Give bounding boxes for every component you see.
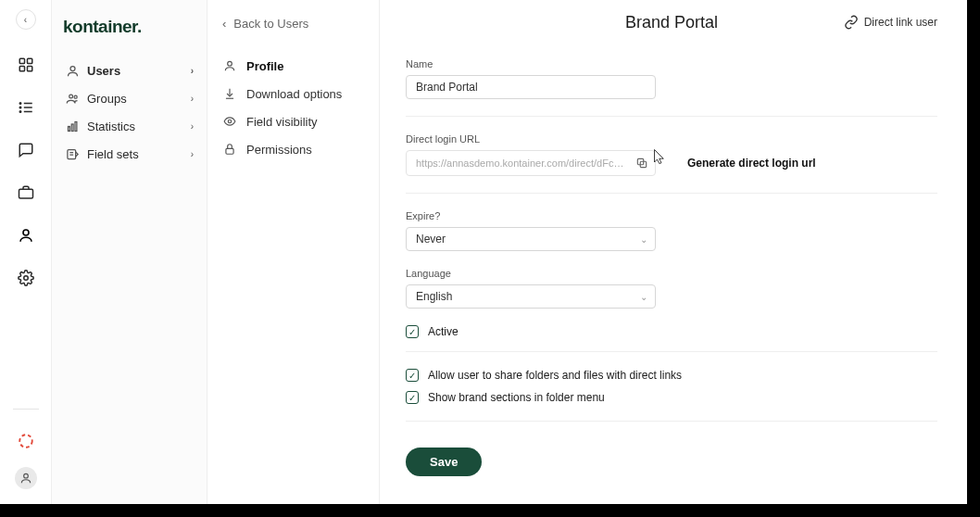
- name-row: Name: [406, 58, 937, 99]
- svg-point-12: [23, 276, 28, 281]
- sidebar-item-users[interactable]: Users ›: [63, 59, 195, 82]
- sidebar-item-field-sets[interactable]: Field sets ›: [63, 143, 195, 165]
- svg-rect-1: [27, 58, 31, 63]
- rail-divider: [13, 409, 39, 410]
- lock-icon: [222, 142, 237, 157]
- chevron-down-icon: ⌄: [640, 292, 647, 302]
- svg-point-11: [23, 230, 29, 235]
- svg-rect-2: [19, 67, 24, 71]
- url-row-wrap: Direct login URL https://annasdemo.konta…: [406, 133, 937, 176]
- link-icon: [844, 15, 859, 30]
- name-input[interactable]: [416, 81, 646, 94]
- subnav-list: Profile Download options Field visibilit…: [222, 58, 364, 157]
- language-label: Language: [406, 268, 937, 279]
- gear-icon[interactable]: [17, 269, 35, 287]
- chevron-right-icon: ›: [191, 149, 194, 159]
- user-icon: [65, 63, 80, 78]
- chat-icon[interactable]: [17, 141, 35, 159]
- chevron-right-icon: ›: [191, 94, 194, 104]
- divider: [406, 193, 937, 194]
- svg-point-8: [19, 111, 21, 113]
- svg-point-13: [19, 435, 32, 448]
- language-select[interactable]: English ⌄: [406, 284, 656, 309]
- expire-label: Expire?: [406, 210, 937, 221]
- url-row: https://annasdemo.kontainer.com/direct/d…: [406, 150, 937, 176]
- svg-point-14: [23, 473, 28, 478]
- svg-point-17: [74, 95, 77, 98]
- language-value: English: [416, 290, 452, 303]
- direct-link-badge[interactable]: Direct link user: [844, 15, 937, 30]
- url-label: Direct login URL: [406, 133, 937, 145]
- chevron-right-icon: ›: [191, 121, 194, 132]
- sidebar-item-label: Groups: [87, 92, 127, 106]
- main-header: Brand Portal Direct link user: [406, 13, 937, 32]
- svg-rect-0: [19, 58, 24, 63]
- fieldsets-icon: [65, 146, 80, 161]
- divider: [406, 351, 937, 352]
- profile-icon: [222, 58, 237, 73]
- collapse-rail-button[interactable]: ‹: [16, 9, 36, 30]
- svg-point-16: [69, 95, 72, 98]
- brand-checkbox[interactable]: ✓: [406, 391, 419, 404]
- svg-rect-20: [75, 121, 77, 131]
- subnav-item-label: Field visibility: [246, 115, 318, 129]
- avatar[interactable]: [15, 467, 37, 489]
- logo: kontainer.: [63, 17, 195, 37]
- app-window: ‹: [0, 0, 967, 504]
- active-checkrow: ✓ Active: [406, 325, 937, 338]
- subnav-item-permissions[interactable]: Permissions: [222, 142, 364, 157]
- sidebar-item-statistics[interactable]: Statistics ›: [63, 115, 195, 137]
- help-icon[interactable]: [17, 432, 35, 450]
- statistics-icon: [65, 119, 80, 133]
- svg-rect-3: [27, 67, 31, 71]
- briefcase-icon[interactable]: [17, 183, 35, 202]
- brand-label: Show brand sections in folder menu: [428, 391, 605, 404]
- main-panel: Brand Portal Direct link user Name Direc…: [380, 0, 967, 504]
- expire-value: Never: [416, 233, 446, 246]
- chevron-right-icon: ›: [191, 66, 194, 76]
- subnav-item-label: Download options: [246, 87, 342, 101]
- subnav-item-profile[interactable]: Profile: [222, 58, 364, 73]
- subnav-item-field-visibility[interactable]: Field visibility: [222, 114, 364, 129]
- url-input[interactable]: https://annasdemo.kontainer.com/direct/d…: [406, 150, 656, 176]
- dashboard-icon[interactable]: [17, 56, 35, 74]
- expire-row: Expire? Never ⌄: [406, 210, 937, 251]
- name-input-wrap: [406, 75, 656, 99]
- back-button[interactable]: ‹ Back to Users: [222, 17, 364, 31]
- sidebar-nav: Users › Groups › Statistics › Field sets…: [63, 59, 195, 165]
- download-icon: [222, 86, 237, 101]
- share-checkrow: ✓ Allow user to share folders and files …: [406, 369, 937, 382]
- share-checkbox[interactable]: ✓: [406, 369, 419, 382]
- svg-rect-26: [226, 148, 233, 154]
- subnav: ‹ Back to Users Profile Download options…: [207, 0, 380, 504]
- divider: [406, 116, 937, 117]
- active-label: Active: [428, 325, 459, 338]
- expire-select[interactable]: Never ⌄: [406, 227, 656, 251]
- sidebar-item-label: Field sets: [87, 147, 139, 161]
- svg-point-4: [19, 103, 21, 105]
- subnav-item-label: Permissions: [246, 143, 312, 157]
- share-label: Allow user to share folders and files wi…: [428, 369, 682, 382]
- rail-icons: [17, 56, 35, 287]
- subnav-item-download[interactable]: Download options: [222, 86, 364, 101]
- user-icon[interactable]: [17, 226, 35, 245]
- chevron-left-icon: ‹: [222, 17, 226, 31]
- direct-link-label: Direct link user: [864, 16, 937, 29]
- subnav-item-label: Profile: [246, 59, 283, 73]
- rail-bottom: [13, 403, 39, 504]
- svg-point-15: [70, 66, 75, 70]
- active-checkbox[interactable]: ✓: [406, 325, 419, 338]
- profile-form: Name Direct login URL https://annasdemo.…: [406, 58, 937, 476]
- eye-icon: [222, 114, 237, 129]
- svg-point-24: [228, 61, 232, 66]
- name-label: Name: [406, 58, 937, 69]
- save-button[interactable]: Save: [406, 448, 482, 476]
- copy-button[interactable]: [633, 154, 651, 172]
- generate-url-button[interactable]: Generate direct login url: [687, 157, 816, 170]
- page-title: Brand Portal: [625, 13, 718, 32]
- language-row: Language English ⌄: [406, 268, 937, 309]
- svg-point-6: [19, 107, 21, 108]
- sidebar-item-groups[interactable]: Groups ›: [63, 87, 195, 109]
- list-icon[interactable]: [17, 98, 35, 117]
- divider: [406, 421, 937, 422]
